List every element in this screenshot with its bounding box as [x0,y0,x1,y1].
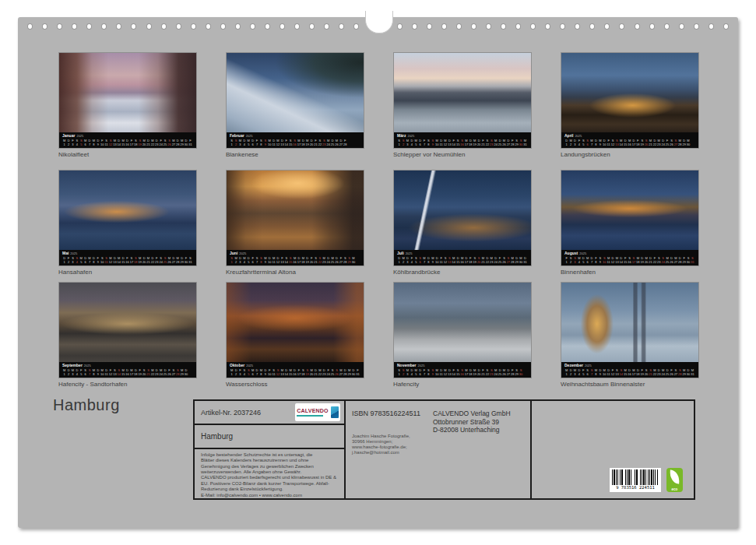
binding-hole [235,23,241,30]
month-label: September2025 [62,363,193,368]
info-box: Artikel-Nr. 2037246 CALVENDO Hamburg Inf… [193,399,695,500]
binding-hole [486,23,491,30]
month-photo [227,171,364,250]
calendar-back-cover: Januar2025 MDFSSMDMDFSSMDMDFSSMDMDFSSMDM… [18,17,738,528]
barcode-bars [612,469,659,485]
thumbnail-frame: Februar2025 SSMDMDFSSMDMDFSSMDMDFSSMDMDF… [226,52,364,149]
month-caption: Köhlbrandbrücke [393,269,532,276]
calvendo-calendar-icon [331,406,339,418]
day-number-row: 1234567891011121314151617181920212223242… [62,372,193,376]
binding-hole [604,23,610,30]
binding-hole [191,23,196,30]
month-photo [59,171,196,250]
binding-holes-left [27,23,360,30]
day-number-row: 1234567891011121314151617181920212223242… [230,260,360,264]
month-thumbnail: August2025 FSSMDMDFSSMDMDFSSMDMDFSSMDMDF… [561,170,699,282]
binding-hole [545,23,550,30]
binding-hole [116,23,121,30]
month-thumbnail: November2025 SSMDMDFSSMDMDFSSMDMDFSSMDMD… [393,282,532,391]
month-photo [59,53,196,132]
month-caption: Landungsbrücken [561,151,699,158]
month-thumbnail: Oktober2025 MDFSSMDMDFSSMDMDFSSMDMDFSSMD… [226,282,364,391]
mini-calendar-strip: März2025 SSMDMDFSSMDMDFSSMDMDFSSMDMDFSSM… [394,132,531,148]
page-title: Hamburg [53,396,120,414]
month-thumbnail: Dezember2025 MDMDFSSMDMDFSSMDMDFSSMDMDFS… [561,282,699,391]
month-label: Juli2025 [397,251,528,256]
day-number-row: 1234567891011121314151617181920212223242… [397,372,528,376]
day-number-row: 1234567891011121314151617181920212223242… [62,142,193,146]
binding-hole [294,23,300,30]
binding-hole [220,23,226,30]
binding-hole [57,23,62,30]
binding-hole [324,23,329,30]
thumbnail-frame: Dezember2025 MDMDFSSMDMDFSSMDMDFSSMDMDFS… [561,282,699,378]
thumbnail-frame: Januar2025 MDFSSMDMDFSSMDMDFSSMDMDFSSMDM… [58,52,197,149]
thumbnail-frame: November2025 SSMDMDFSSMDMDFSSMDMDFSSMDMD… [393,282,532,378]
month-label: Mai2025 [62,251,193,256]
month-caption: Nikolaifleet [58,151,197,158]
binding-hole [280,23,285,30]
mini-calendar-strip: Juni2025 SMDMDFSSMDMDFSSMDMDFSSMDMDFSSM … [227,250,364,265]
mini-calendar-strip: August2025 FSSMDMDFSSMDMDFSSMDMDFSSMDMDF… [561,250,698,265]
binding-hole [265,23,270,30]
binding-hole [471,23,476,30]
thumbnail-frame: Juni2025 SMDMDFSSMDMDFSSMDMDFSSMDMDFSSM … [226,170,364,266]
day-number-row: 1234567891011121314151617181920212223242… [62,260,193,264]
thumbnail-frame: September2025 MDMDFSSMDMDFSSMDMDFSSMDMDF… [58,282,197,378]
binding-hole [589,23,595,30]
binding-hole [649,23,655,30]
month-photo [394,171,531,250]
month-caption: Kreuzfahrtterminal Altona [226,269,364,276]
binding-hole [515,23,521,30]
month-label: Januar2025 [62,133,193,139]
barcode: 9 783516 224511 [610,468,661,492]
info-box-middle-column: ISBN 9783516224511 CALVENDO Verlag GmbH … [346,401,532,498]
month-thumbnail: Juli2025 DMDFSSMDMDFSSMDMDFSSMDMDFSSMDMD… [393,170,532,282]
mini-calendar-strip: September2025 MDMDFSSMDMDFSSMDMDFSSMDMDF… [59,362,196,378]
eco-leaf-icon [669,469,680,483]
month-photo [561,53,698,132]
eco-label: eco [666,487,683,491]
publisher-address: CALVENDO Verlag GmbH Ottobrunner Straße … [433,410,511,434]
day-number-row: 1234567891011121314151617181920212223242… [397,142,528,146]
mini-calendar-strip: Mai2025 DFSSMDMDFSSMDMDFSSMDMDFSSMDMDFS … [59,250,196,265]
mini-calendar-strip: April2025 DMDFSSMDMDFSSMDMDFSSMDMDFSSMDM… [561,132,698,148]
calvendo-logo-text: CALVENDO [297,408,328,414]
month-label: Juni2025 [230,251,360,256]
mini-calendar-strip: Januar2025 MDFSSMDMDFSSMDMDFSSMDMDFSSMDM… [59,132,196,148]
binding-hole [176,23,181,30]
calvendo-logo-tagline [297,415,323,417]
day-number-row: 1234567891011121314151617181920212223242… [397,260,528,264]
month-label: März2025 [397,133,528,139]
mini-calendar-strip: Dezember2025 MDMDFSSMDMDFSSMDMDFSSMDMDFS… [561,362,698,378]
month-caption: Hafencity [393,381,532,388]
binding-holes-right [397,23,730,30]
month-label: April2025 [564,133,695,139]
month-photo [59,283,196,362]
thumbnail-frame: August2025 FSSMDMDFSSMDMDFSSMDMDFSSMDMDF… [561,170,699,266]
thumbnail-frame: Mai2025 DFSSMDMDFSSMDMDFSSMDMDFSSMDMDFS … [58,170,197,266]
binding-hole [339,23,344,30]
mini-calendar-strip: Februar2025 SSMDMDFSSMDMDFSSMDMDFSSMDMDF… [227,132,364,148]
calendar-grid: Januar2025 MDFSSMDMDFSSMDMDFSSMDMDFSSMDM… [58,52,699,391]
calvendo-logo-textblock: CALVENDO [297,408,328,417]
mini-calendar-strip: Juli2025 DMDFSSMDMDFSSMDMDFSSMDMDFSSMDMD… [394,250,531,265]
binding-hole [131,23,136,30]
day-number-row: 1234567891011121314151617181920212223242… [564,260,695,264]
binding-hole [441,23,447,30]
barcode-digits: 9 783516 224511 [612,485,659,490]
binding-hole [42,23,47,30]
binding-hole [575,23,580,30]
binding-hole [101,23,107,30]
month-photo [227,53,364,132]
month-thumbnail: März2025 SSMDMDFSSMDMDFSSMDMDFSSMDMDFSSM… [393,52,532,170]
binding-hole [560,23,565,30]
article-row: Artikel-Nr. 2037246 CALVENDO [195,401,344,425]
product-title: Hamburg [201,432,233,441]
binding-hole [72,23,77,30]
month-thumbnail: September2025 MDMDFSSMDMDFSSMDMDFSSMDMDF… [58,282,197,391]
eco-logo: eco [666,468,683,492]
legal-text: Infolge bestehender Schutzrechte ist es … [195,449,344,498]
day-number-row: 1234567891011121314151617181920212223242… [230,142,360,146]
month-caption: Wasserschloss [226,381,364,388]
